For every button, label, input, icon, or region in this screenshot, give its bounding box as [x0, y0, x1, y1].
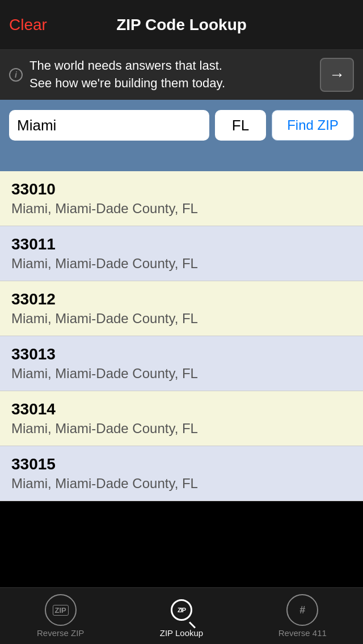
zip-lookup-icon: ZIP	[166, 594, 197, 626]
reverse-zip-icon: ZIP	[45, 594, 77, 626]
arrow-icon: →	[329, 66, 345, 84]
magnifier-glass: ZIP	[171, 599, 192, 621]
search-area: Find ZIP	[0, 100, 363, 151]
ad-text: The world needs answers that last.See ho…	[29, 57, 320, 92]
zip-lookup-label: ZIP Lookup	[160, 628, 203, 638]
result-zip: 33014	[11, 400, 352, 418]
find-zip-button[interactable]: Find ZIP	[272, 110, 354, 141]
result-location: Miami, Miami-Dade County, FL	[11, 201, 352, 217]
result-zip: 33012	[11, 290, 352, 308]
result-location: Miami, Miami-Dade County, FL	[11, 256, 352, 272]
list-item[interactable]: 33013Miami, Miami-Dade County, FL	[0, 336, 363, 391]
reverse-zip-label: Reverse ZIP	[37, 628, 84, 638]
reverse-zip-icon-label: ZIP	[53, 605, 69, 616]
tab-reverse-411[interactable]: # Reverse 411	[242, 594, 363, 638]
tab-bar: ZIP Reverse ZIP ZIP ZIP Lookup # Reverse…	[0, 587, 363, 644]
search-spacer	[0, 151, 363, 171]
clear-button[interactable]: Clear	[9, 16, 47, 34]
result-zip: 33010	[11, 180, 352, 198]
result-zip: 33015	[11, 455, 352, 473]
list-item[interactable]: 33015Miami, Miami-Dade County, FL	[0, 446, 363, 501]
result-location: Miami, Miami-Dade County, FL	[11, 421, 352, 437]
page-title: ZIP Code Lookup	[116, 16, 247, 34]
list-item[interactable]: 33011Miami, Miami-Dade County, FL	[0, 226, 363, 281]
results-list: 33010Miami, Miami-Dade County, FL33011Mi…	[0, 171, 363, 501]
list-item[interactable]: 33014Miami, Miami-Dade County, FL	[0, 391, 363, 446]
search-row: Find ZIP	[9, 110, 354, 141]
ad-arrow-button[interactable]: →	[320, 58, 354, 92]
reverse-411-icon: #	[286, 594, 318, 626]
result-location: Miami, Miami-Dade County, FL	[11, 476, 352, 492]
city-input[interactable]	[9, 110, 209, 141]
reverse-411-icon-label: #	[299, 604, 305, 616]
list-item[interactable]: 33010Miami, Miami-Dade County, FL	[0, 171, 363, 226]
reverse-411-label: Reverse 411	[278, 628, 327, 638]
result-location: Miami, Miami-Dade County, FL	[11, 366, 352, 382]
tab-zip-lookup[interactable]: ZIP ZIP Lookup	[121, 594, 242, 638]
result-zip: 33011	[11, 235, 352, 253]
main-content: i The world needs answers that last.See …	[0, 50, 363, 587]
header: Clear ZIP Code Lookup	[0, 0, 363, 50]
result-location: Miami, Miami-Dade County, FL	[11, 311, 352, 327]
state-input[interactable]	[215, 110, 266, 141]
ad-banner: i The world needs answers that last.See …	[0, 50, 363, 100]
tab-reverse-zip[interactable]: ZIP Reverse ZIP	[0, 594, 121, 638]
ad-info-icon: i	[9, 68, 23, 82]
list-item[interactable]: 33012Miami, Miami-Dade County, FL	[0, 281, 363, 336]
result-zip: 33013	[11, 345, 352, 363]
